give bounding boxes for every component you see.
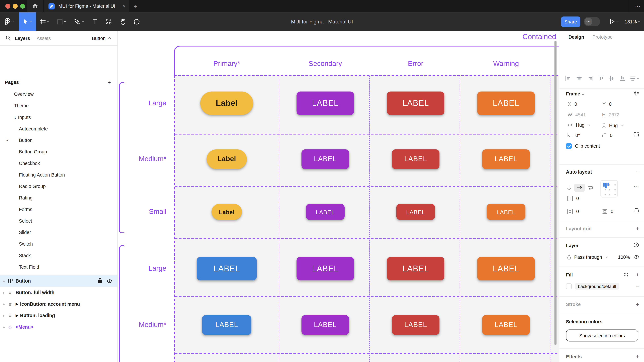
button-large-purple[interactable]: LABEL — [296, 257, 354, 280]
show-selection-colors-button[interactable]: Show selection colors — [566, 329, 638, 341]
auto-layout-more-icon[interactable]: ⋯ — [633, 183, 639, 190]
h-input[interactable]: 2672 — [609, 112, 620, 117]
x-input[interactable]: 0 — [574, 102, 577, 106]
frame-tool-button[interactable] — [36, 12, 54, 31]
new-tab-button[interactable]: + — [134, 0, 138, 12]
dev-mode-toggle[interactable]: </> — [584, 17, 600, 26]
layer-row--menu-[interactable]: ▸◇<Menu> — [0, 321, 118, 333]
present-button[interactable] — [610, 12, 619, 31]
button-medium-purple[interactable]: LABEL — [302, 149, 349, 169]
page-item-stack[interactable]: Stack — [0, 250, 118, 261]
current-page-selector[interactable]: Button — [92, 36, 111, 41]
page-item-slider[interactable]: Slider — [0, 227, 118, 238]
shrink-frame-icon[interactable] — [634, 91, 639, 97]
layer-row-button-full-width[interactable]: ▸#Button: full width — [0, 287, 118, 298]
add-page-button[interactable]: + — [108, 79, 111, 86]
page-item-radio-group[interactable]: Radio Group — [0, 181, 118, 192]
button-small-orange[interactable]: LABEL — [487, 204, 525, 220]
align-h-center-icon[interactable] — [576, 76, 582, 81]
button-medium-red[interactable]: LABEL — [392, 315, 440, 335]
button-medium-orange[interactable]: LABEL — [482, 315, 530, 335]
align-bottom-icon[interactable] — [620, 75, 624, 82]
tab-assets[interactable]: Assets — [36, 36, 51, 41]
traffic-zoom-button[interactable] — [20, 4, 25, 9]
button-small-red[interactable]: LABEL — [396, 204, 435, 220]
actions-tool-button[interactable] — [102, 12, 116, 31]
page-item-autocomplete[interactable]: Autocomplete — [0, 123, 118, 135]
page-item-overview[interactable]: Overview — [0, 89, 118, 100]
expand-chevron-icon[interactable]: ▸ — [3, 325, 6, 329]
expand-chevron-icon[interactable]: ▸ — [3, 279, 6, 283]
layer-row-button-loading[interactable]: ▸#▶Button: loading — [0, 310, 118, 321]
align-left-icon[interactable] — [565, 76, 571, 81]
column-header-error[interactable]: Error — [408, 60, 424, 68]
button-large-red[interactable]: LABEL — [387, 91, 444, 115]
page-item-theme[interactable]: Theme — [0, 100, 118, 111]
page-item-text-field[interactable]: Text Field — [0, 261, 118, 273]
align-right-icon[interactable] — [588, 76, 593, 81]
pen-tool-button[interactable] — [70, 12, 88, 31]
gap-input[interactable]: 0 — [567, 196, 579, 201]
column-header-secondary[interactable]: Secondary — [309, 60, 342, 68]
vertical-padding-input[interactable]: 0 — [602, 209, 613, 214]
clip-content-checkbox[interactable] — [566, 143, 572, 149]
layer-row-iconbutton-account-menu[interactable]: ▸#▶IconButton: account menu — [0, 298, 118, 310]
remove-auto-layout-button[interactable]: − — [636, 169, 639, 175]
button-large-orange[interactable]: LABEL — [477, 257, 535, 280]
flow-wrap-icon[interactable] — [588, 185, 594, 191]
page-item-inputs[interactable]: ↓Inputs — [0, 111, 118, 123]
flow-vertical-icon[interactable] — [567, 185, 571, 191]
add-layout-grid-button[interactable]: + — [636, 225, 639, 232]
shape-tool-button[interactable] — [54, 12, 71, 31]
row-label-small[interactable]: Small — [126, 208, 166, 216]
page-item-forms[interactable]: Forms — [0, 204, 118, 215]
row-label-medium[interactable]: Medium* — [126, 321, 166, 329]
button-large-purple[interactable]: LABEL — [296, 91, 354, 115]
w-input[interactable]: 4541 — [576, 112, 586, 117]
button-medium-red[interactable]: LABEL — [392, 149, 440, 169]
row-label-large[interactable]: Large — [126, 99, 166, 107]
page-item-button[interactable]: ✓Button — [0, 135, 118, 146]
page-item-rating[interactable]: Rating — [0, 192, 118, 204]
vertical-resizing-select[interactable]: Hug — [602, 122, 624, 128]
button-large-amber[interactable]: Label — [200, 91, 253, 115]
page-item-checkbox[interactable]: Checkbox — [0, 157, 118, 169]
clip-content-row[interactable]: Clip content — [566, 143, 600, 149]
button-large-orange[interactable]: LABEL — [477, 91, 535, 115]
distribute-menu-icon[interactable] — [630, 76, 639, 81]
expand-chevron-icon[interactable]: ▸ — [3, 314, 6, 317]
page-item-button-group[interactable]: Button Group — [0, 146, 118, 157]
flow-horizontal-icon[interactable] — [574, 184, 585, 192]
fill-row[interactable]: background/default — [566, 283, 619, 290]
remove-fill-button[interactable]: − — [636, 283, 639, 289]
home-tab[interactable] — [27, 0, 43, 12]
fill-color-swatch[interactable] — [566, 283, 572, 289]
canvas-scrollbar[interactable] — [554, 41, 556, 345]
page-item-select[interactable]: Select — [0, 215, 118, 227]
align-top-icon[interactable] — [599, 75, 604, 82]
add-effect-button[interactable]: + — [636, 353, 639, 360]
y-input[interactable]: 0 — [609, 102, 612, 106]
file-tab[interactable]: MUI for Figma - Material UI × — [44, 0, 129, 12]
button-medium-purple[interactable]: LABEL — [302, 315, 349, 335]
add-fill-button[interactable]: + — [636, 271, 639, 278]
layer-row-button[interactable]: ▸Button — [0, 275, 118, 287]
text-tool-button[interactable] — [88, 12, 102, 31]
hand-tool-button[interactable] — [116, 12, 130, 31]
align-v-center-icon[interactable] — [609, 75, 614, 82]
move-tool-button[interactable] — [19, 12, 36, 31]
page-item-switch[interactable]: Switch — [0, 238, 118, 250]
button-small-purple[interactable]: LABEL — [306, 204, 344, 220]
column-header-primary[interactable]: Primary* — [213, 60, 240, 68]
button-medium-amber[interactable]: Label — [206, 149, 247, 169]
alignment-widget[interactable] — [600, 180, 618, 198]
unlock-icon[interactable] — [98, 277, 102, 285]
visibility-eye-icon[interactable] — [633, 255, 639, 260]
row-label-medium[interactable]: Medium* — [126, 155, 166, 163]
button-large-blue[interactable]: LABEL — [197, 257, 257, 280]
blend-mode-select[interactable]: Pass through — [574, 255, 602, 260]
button-large-red[interactable]: LABEL — [387, 257, 444, 280]
close-tab-icon[interactable]: × — [123, 3, 126, 9]
canvas[interactable]: Contained Primary*SecondaryErrorWarning … — [118, 31, 559, 362]
button-small-amber[interactable]: Label — [212, 204, 242, 220]
